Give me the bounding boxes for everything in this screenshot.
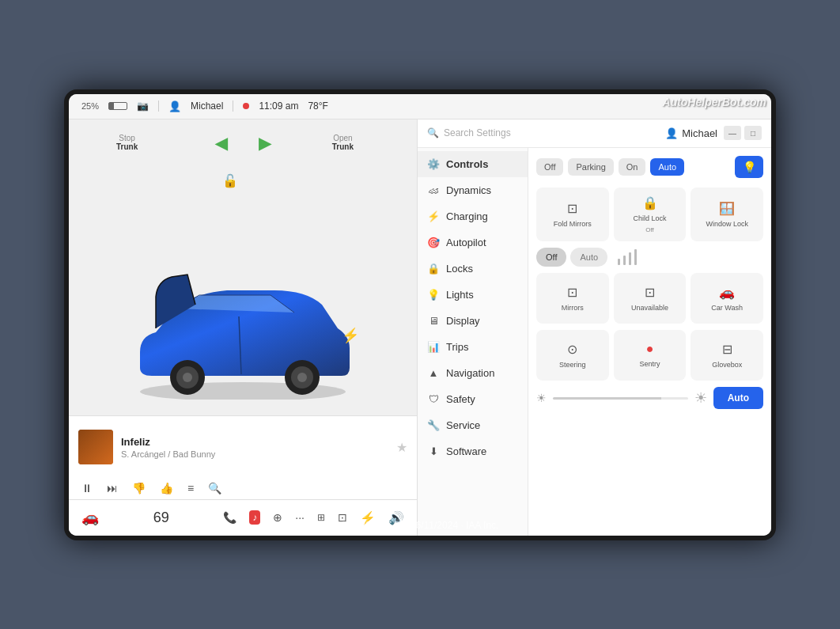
steering-tile[interactable]: ⊙ Steering (536, 330, 609, 381)
person-icon: 👤 (168, 100, 181, 112)
trips-icon: 📊 (427, 341, 440, 353)
user-section: 👤 Michael (665, 127, 717, 139)
svg-point-3 (183, 373, 192, 382)
divider-1 (158, 100, 159, 112)
trunk-close-bold: Trunk (116, 142, 138, 151)
menu-item-trips[interactable]: 📊 Trips (418, 334, 528, 360)
menu-item-locks[interactable]: 🔒 Locks (418, 256, 528, 282)
minimize-button[interactable]: — (724, 126, 741, 140)
window-lock-icon: 🪟 (719, 201, 735, 216)
glovebox-tile[interactable]: ⊟ Glovebox (691, 330, 763, 381)
lights-icon: 💡 (427, 289, 440, 301)
wiper-seg-3[interactable] (629, 252, 631, 265)
car-area: ◀ ▶ Stop Trunk Open Trunk 🔓 (69, 119, 417, 415)
camera-icon: 📷 (137, 100, 149, 112)
next-button[interactable]: ⏭ (107, 482, 118, 494)
brightness-row: ☀ ☀ Auto (536, 387, 763, 409)
wiper-row: Off Auto (536, 248, 763, 267)
autopilot-icon: 🎯 (427, 237, 440, 248)
menu-item-safety[interactable]: 🛡 Safety (418, 386, 528, 412)
wiper-segments (618, 249, 637, 265)
wiper-off-button[interactable]: Off (536, 248, 566, 267)
navigation-icon: ▲ (427, 367, 440, 379)
car-wash-tile[interactable]: 🚗 Car Wash (691, 273, 763, 324)
nav-arrows: ◀ ▶ (215, 134, 271, 153)
menu-label-display: Display (446, 315, 480, 327)
user-name: Michael (682, 127, 717, 139)
sentry-icon: ● (646, 342, 654, 356)
music-icon[interactable]: ♪ (249, 510, 260, 525)
car-svg: ⚡ (116, 257, 369, 400)
window-lock-tile[interactable]: 🪟 Window Lock (691, 188, 763, 242)
car-wash-label: Car Wash (711, 304, 743, 313)
display-icon: 🖥 (427, 315, 440, 327)
menu-item-software[interactable]: ⬇ Software (418, 438, 528, 464)
right-body: ⚙️ Controls 🏎 Dynamics ⚡ Charging 🎯 (418, 148, 771, 536)
menu-item-navigation[interactable]: ▲ Navigation (418, 360, 528, 386)
sun-dim-icon: ☀ (536, 392, 547, 404)
menu-item-service[interactable]: 🔧 Service (418, 412, 528, 438)
arrow-right[interactable]: ▶ (259, 134, 271, 153)
sentry-tile[interactable]: ● Sentry (614, 330, 687, 381)
light-off-button[interactable]: Off (536, 158, 563, 176)
apps-icon[interactable]: ⊕ (273, 511, 282, 524)
album-art (78, 430, 113, 464)
search-placeholder[interactable]: Search Settings (444, 127, 511, 138)
main-content: ◀ ▶ Stop Trunk Open Trunk 🔓 (69, 119, 771, 536)
right-header: 🔍 Search Settings 👤 Michael — □ (418, 119, 771, 148)
favorite-icon[interactable]: ★ (396, 440, 407, 455)
car-wash-icon: 🚗 (719, 285, 735, 300)
expand-button[interactable]: □ (744, 126, 762, 140)
time-display: 11:09 am (259, 100, 298, 112)
headlight-icon-button[interactable]: 💡 (735, 156, 763, 178)
steering-label: Steering (559, 361, 586, 369)
wiper-seg-2[interactable] (623, 256, 626, 265)
sun-bright-icon: ☀ (694, 389, 707, 407)
fold-mirrors-label: Fold Mirrors (554, 220, 592, 229)
left-panel: ◀ ▶ Stop Trunk Open Trunk 🔓 (69, 119, 417, 536)
phone-icon[interactable]: 📞 (223, 511, 236, 524)
menu-label-trips: Trips (446, 341, 468, 353)
search-music-icon[interactable]: 🔍 (208, 482, 221, 494)
pause-button[interactable]: ⏸ (81, 482, 93, 494)
controls-area: Off Parking On Auto 💡 ⊡ (528, 148, 771, 536)
dots-icon[interactable]: ··· (295, 511, 305, 524)
menu-sidebar: ⚙️ Controls 🏎 Dynamics ⚡ Charging 🎯 (418, 148, 528, 536)
menu-item-controls[interactable]: ⚙️ Controls (418, 151, 528, 177)
fold-mirrors-tile[interactable]: ⊡ Fold Mirrors (536, 188, 609, 242)
player-controls: ⏸ ⏭ 👎 👍 ≡ 🔍 (69, 479, 417, 499)
auto-brightness-button[interactable]: Auto (713, 387, 763, 409)
trunk-stop-label: Stop Trunk (116, 134, 138, 151)
light-auto-button[interactable]: Auto (650, 158, 684, 176)
fold-mirrors-icon: ⊡ (567, 201, 577, 216)
thumbup-button[interactable]: 👍 (160, 482, 173, 494)
brightness-slider[interactable] (553, 397, 688, 400)
menu-item-display[interactable]: 🖥 Display (418, 308, 528, 334)
light-parking-button[interactable]: Parking (568, 158, 613, 176)
menu-item-dynamics[interactable]: 🏎 Dynamics (418, 177, 528, 203)
unavailable-tile: ⊡ Unavailable (614, 273, 687, 324)
menu-item-lights[interactable]: 💡 Lights (418, 282, 528, 308)
menu-item-autopilot[interactable]: 🎯 Autopilot (418, 229, 528, 256)
svg-text:⚡: ⚡ (342, 327, 360, 344)
equalizer-icon: ≡ (187, 482, 194, 494)
arrow-left[interactable]: ◀ (215, 134, 227, 153)
wiper-seg-1[interactable] (618, 259, 620, 265)
thumbdown-button[interactable]: 👎 (132, 482, 146, 494)
child-lock-icon: 🔒 (642, 195, 658, 210)
grid-icon[interactable]: ⊞ (317, 512, 325, 523)
car-icon[interactable]: 🚗 (81, 509, 99, 526)
menu-label-dynamics: Dynamics (446, 184, 491, 196)
driver-name: Michael (191, 100, 223, 112)
search-icon: 🔍 (427, 127, 439, 138)
wiper-auto-button[interactable]: Auto (570, 248, 607, 267)
menu-item-charging[interactable]: ⚡ Charging (418, 203, 528, 229)
mirrors-tile[interactable]: ⊡ Mirrors (536, 273, 609, 324)
svg-point-6 (297, 373, 307, 382)
light-on-button[interactable]: On (619, 158, 646, 176)
menu-label-locks: Locks (446, 263, 473, 275)
child-lock-tile[interactable]: 🔒 Child Lock Off (614, 188, 687, 242)
tile-row-1: ⊡ Fold Mirrors 🔒 Child Lock Off 🪟 Window… (536, 188, 763, 242)
wiper-seg-4[interactable] (634, 249, 637, 265)
car-container: ⚡ (77, 257, 409, 400)
